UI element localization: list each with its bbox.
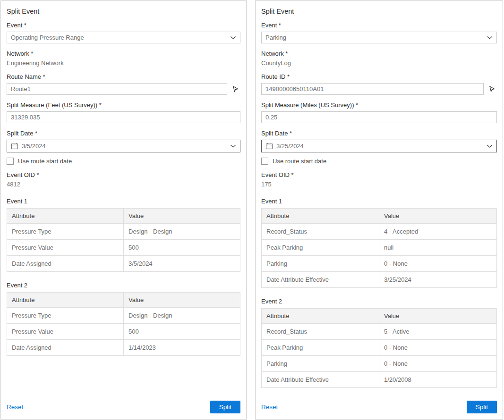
measure-input[interactable] <box>7 111 240 123</box>
table-header-row: AttributeValue <box>262 309 497 324</box>
table-cell: Date Attribute Effective <box>262 272 379 288</box>
event-label: Event * <box>7 22 240 29</box>
table-cell: 0 - None <box>379 340 497 356</box>
route-label: Route Name * <box>7 73 240 80</box>
checkbox-label: Use route start date <box>18 158 72 165</box>
measure-label: Split Measure (Miles (US Survey)) * <box>261 101 497 109</box>
route-input[interactable] <box>7 83 227 95</box>
column-header: Value <box>124 209 240 224</box>
network-label: Network * <box>261 50 497 57</box>
table-row: Peak Parking0 - None <box>262 340 497 356</box>
table-cell: Record_Status <box>262 224 379 240</box>
table-cell: Date Attribute Effective <box>262 372 379 388</box>
measure-label: Split Measure (Feet (US Survey)) * <box>7 101 240 109</box>
table-cell: 3/5/2024 <box>124 256 240 272</box>
route-picker-icon <box>488 85 495 92</box>
split-event-panel-right: Split Event Event * Parking Network * Co… <box>255 0 503 420</box>
table-row: Parking0 - None <box>262 356 497 372</box>
date-picker[interactable]: 3/5/2024 <box>7 140 240 152</box>
page-title: Split Event <box>7 8 240 15</box>
route-label: Route ID * <box>261 73 497 80</box>
column-header: Attribute <box>7 293 124 308</box>
use-route-start-date-checkbox[interactable] <box>261 158 268 165</box>
column-header: Attribute <box>262 309 379 324</box>
table-cell: 500 <box>124 240 240 256</box>
event-2-title: Event 2 <box>261 298 497 305</box>
table-cell: Peak Parking <box>262 340 379 356</box>
table-row: Date Attribute Effective3/25/2024 <box>262 272 497 288</box>
event-label: Event * <box>261 22 497 29</box>
route-input[interactable] <box>261 83 484 95</box>
network-value: Engineering Network <box>7 59 240 67</box>
table-cell: 0 - None <box>379 256 497 272</box>
route-picker-button[interactable] <box>230 84 240 95</box>
table-cell: Pressure Value <box>7 324 124 340</box>
split-button[interactable]: Split <box>467 401 497 413</box>
column-header: Value <box>379 209 497 224</box>
table-header-row: AttributeValue <box>7 293 240 308</box>
table-row: Parking0 - None <box>262 256 497 272</box>
table-row: Date Attribute Effective1/20/2008 <box>262 372 497 388</box>
event-2-table: AttributeValuePressure TypeDesign - Desi… <box>7 292 240 356</box>
event-2-table: AttributeValueRecord_Status5 - ActivePea… <box>261 308 497 388</box>
column-header: Value <box>124 293 240 308</box>
table-cell: null <box>379 240 497 256</box>
date-label: Split Date * <box>7 130 240 137</box>
reset-button[interactable]: Reset <box>261 403 278 411</box>
event-1-title: Event 1 <box>7 198 240 205</box>
table-cell: Date Assigned <box>7 256 124 272</box>
table-cell: Design - Design <box>124 224 240 240</box>
table-cell: Parking <box>262 356 379 372</box>
split-button[interactable]: Split <box>210 401 240 413</box>
table-cell: Pressure Type <box>7 308 124 324</box>
table-cell: 0 - None <box>379 356 497 372</box>
event-select[interactable]: Operating Pressure Range <box>7 32 240 43</box>
table-row: Pressure TypeDesign - Design <box>7 308 240 324</box>
table-cell: 1/14/2023 <box>124 340 240 356</box>
chevron-down-icon <box>487 144 493 148</box>
use-route-start-date-option[interactable]: Use route start date <box>261 158 497 165</box>
measure-input[interactable] <box>261 111 497 123</box>
date-value: 3/25/2024 <box>276 143 487 150</box>
event-select[interactable]: Parking <box>261 32 497 43</box>
network-value: CountyLog <box>261 59 497 67</box>
date-label: Split Date * <box>261 130 497 137</box>
table-row: Date Assigned3/5/2024 <box>7 256 240 272</box>
event-2-title: Event 2 <box>7 282 240 289</box>
date-picker[interactable]: 3/25/2024 <box>261 140 497 152</box>
calendar-icon <box>265 143 273 150</box>
table-cell: Pressure Type <box>7 224 124 240</box>
table-cell: Record_Status <box>262 324 379 340</box>
event-1-table: AttributeValuePressure TypeDesign - Desi… <box>7 208 240 272</box>
column-header: Attribute <box>7 209 124 224</box>
use-route-start-date-option[interactable]: Use route start date <box>7 158 240 165</box>
use-route-start-date-checkbox[interactable] <box>7 158 14 165</box>
table-row: Pressure TypeDesign - Design <box>7 224 240 240</box>
reset-button[interactable]: Reset <box>7 403 23 411</box>
table-cell: Parking <box>262 256 379 272</box>
table-cell: 4 - Accepted <box>379 224 497 240</box>
date-value: 3/5/2024 <box>22 143 230 150</box>
event-oid-value: 175 <box>261 181 497 188</box>
route-picker-button[interactable] <box>487 84 497 95</box>
event-oid-label: Event OID * <box>261 171 497 178</box>
table-cell: 3/25/2024 <box>379 272 497 288</box>
table-cell: 1/20/2008 <box>379 372 497 388</box>
event-oid-label: Event OID * <box>7 171 240 178</box>
table-row: Pressure Value500 <box>7 324 240 340</box>
page-title: Split Event <box>261 8 497 15</box>
table-header-row: AttributeValue <box>262 209 497 224</box>
table-row: Peak Parkingnull <box>262 240 497 256</box>
event-1-title: Event 1 <box>261 198 497 205</box>
chevron-down-icon <box>230 36 236 40</box>
event-select-value: Parking <box>265 34 487 41</box>
column-header: Value <box>379 309 497 324</box>
table-row: Record_Status5 - Active <box>262 324 497 340</box>
table-cell: 500 <box>124 324 240 340</box>
table-row: Record_Status4 - Accepted <box>262 224 497 240</box>
table-row: Pressure Value500 <box>7 240 240 256</box>
split-event-panel-left: Split Event Event * Operating Pressure R… <box>0 0 247 420</box>
table-cell: 5 - Active <box>379 324 497 340</box>
route-picker-icon <box>232 85 239 92</box>
event-1-table: AttributeValueRecord_Status4 - AcceptedP… <box>261 208 497 288</box>
